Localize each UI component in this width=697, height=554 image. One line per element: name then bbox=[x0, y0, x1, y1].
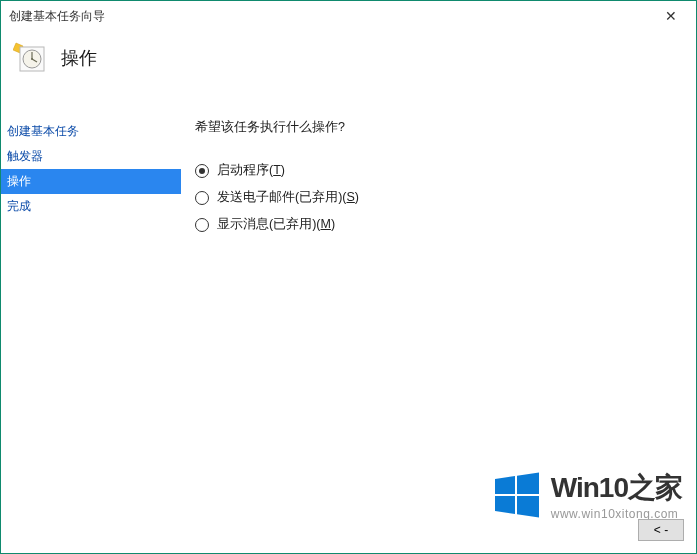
radio-indicator bbox=[195, 218, 209, 232]
radio-label: 发送电子邮件(已弃用)(S) bbox=[217, 189, 359, 206]
back-button-label: < - bbox=[654, 523, 668, 537]
sidebar-item-label: 创建基本任务 bbox=[7, 124, 79, 138]
page-title: 操作 bbox=[61, 46, 97, 70]
radio-indicator bbox=[195, 164, 209, 178]
titlebar: 创建基本任务向导 ✕ bbox=[1, 1, 696, 31]
sidebar-item-trigger[interactable]: 触发器 bbox=[1, 144, 181, 169]
back-button[interactable]: < - bbox=[638, 519, 684, 541]
svg-marker-8 bbox=[495, 496, 515, 514]
wizard-clock-icon bbox=[13, 41, 47, 75]
close-icon: ✕ bbox=[665, 8, 677, 24]
close-button[interactable]: ✕ bbox=[654, 4, 688, 28]
radio-option-send-email[interactable]: 发送电子邮件(已弃用)(S) bbox=[195, 189, 682, 206]
radio-label: 启动程序(T) bbox=[217, 162, 285, 179]
sidebar-item-label: 操作 bbox=[7, 174, 31, 188]
svg-point-5 bbox=[31, 58, 33, 60]
button-bar: < - bbox=[638, 519, 684, 541]
sidebar-item-finish[interactable]: 完成 bbox=[1, 194, 181, 219]
watermark-text: Win10之家 www.win10xitong.com bbox=[551, 469, 682, 521]
window-title: 创建基本任务向导 bbox=[9, 8, 105, 25]
radio-option-show-message[interactable]: 显示消息(已弃用)(M) bbox=[195, 216, 682, 233]
windows-logo-icon bbox=[493, 471, 541, 519]
sidebar-item-label: 触发器 bbox=[7, 149, 43, 163]
action-prompt: 希望该任务执行什么操作? bbox=[195, 119, 682, 136]
svg-marker-7 bbox=[517, 473, 539, 495]
sidebar-item-create-task[interactable]: 创建基本任务 bbox=[1, 119, 181, 144]
watermark-title: Win10之家 bbox=[551, 469, 682, 507]
svg-marker-6 bbox=[495, 476, 515, 494]
svg-marker-9 bbox=[517, 496, 539, 518]
radio-option-start-program[interactable]: 启动程序(T) bbox=[195, 162, 682, 179]
sidebar-item-label: 完成 bbox=[7, 199, 31, 213]
action-radio-group: 启动程序(T) 发送电子邮件(已弃用)(S) 显示消息(已弃用)(M) bbox=[195, 162, 682, 233]
radio-label: 显示消息(已弃用)(M) bbox=[217, 216, 335, 233]
wizard-steps-sidebar: 创建基本任务 触发器 操作 完成 bbox=[1, 119, 181, 553]
sidebar-item-action[interactable]: 操作 bbox=[1, 169, 181, 194]
wizard-header: 操作 bbox=[1, 31, 696, 99]
radio-indicator bbox=[195, 191, 209, 205]
watermark: Win10之家 www.win10xitong.com bbox=[493, 469, 682, 521]
